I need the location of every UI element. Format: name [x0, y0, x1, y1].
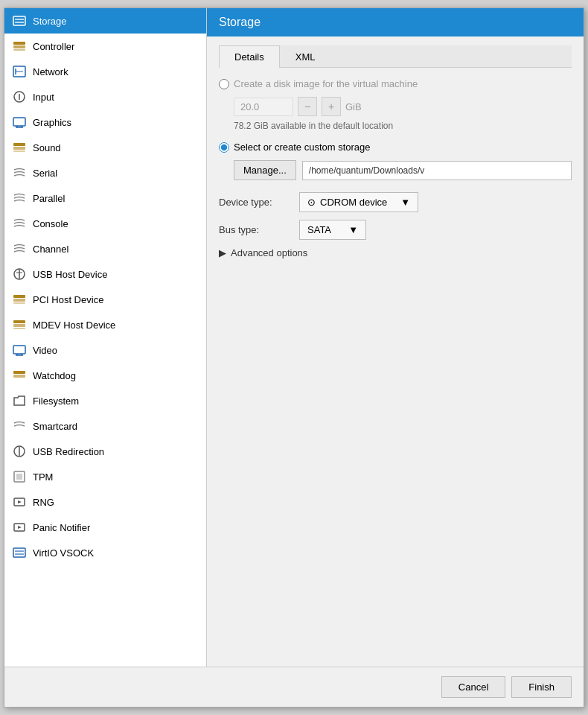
input-icon [12, 89, 27, 104]
sidebar-item-filesystem[interactable]: Filesystem [4, 388, 206, 413]
tab-bar: Details XML [219, 45, 572, 68]
sidebar-label-panic: Panic Notifier [33, 522, 90, 533]
sidebar-item-smartcard[interactable]: Smartcard [4, 413, 206, 439]
pci-host-icon [12, 292, 27, 307]
rng-icon [12, 495, 27, 509]
svg-marker-40 [18, 526, 22, 529]
bus-type-arrow: ▼ [348, 224, 358, 235]
vsock-icon [12, 545, 27, 560]
sidebar-item-vsock[interactable]: VirtIO VSOCK [4, 540, 206, 565]
svg-rect-17 [13, 150, 25, 152]
sidebar-label-pci-host: PCI Host Device [33, 294, 103, 305]
svg-rect-32 [13, 375, 25, 378]
device-type-row: Device type: ⊙ CDROM device ▼ [219, 192, 572, 212]
svg-rect-23 [13, 302, 25, 304]
sidebar-label-serial: Serial [33, 168, 57, 179]
sidebar-label-channel: Channel [33, 244, 68, 255]
svg-rect-21 [13, 295, 25, 298]
cancel-button[interactable]: Cancel [441, 676, 505, 698]
sidebar-label-sound: Sound [33, 142, 61, 153]
manage-row: Manage... /home/quantum/Downloads/v [234, 160, 572, 180]
device-type-value: CDROM device [320, 197, 387, 208]
sidebar-label-parallel: Parallel [33, 193, 65, 204]
disk-size-decrease[interactable]: − [298, 97, 317, 116]
disk-size-unit: GiB [345, 101, 362, 112]
select-storage-radio[interactable] [219, 142, 229, 153]
sidebar-label-console: Console [33, 218, 68, 229]
select-storage-label: Select or create custom storage [234, 142, 371, 153]
sidebar-item-console[interactable]: Console [4, 211, 206, 236]
sidebar-item-mdev-host[interactable]: MDEV Host Device [4, 312, 206, 337]
sidebar-item-tpm[interactable]: TPM [4, 464, 206, 489]
sidebar-item-sound[interactable]: Sound [4, 135, 206, 160]
svg-rect-41 [13, 548, 25, 557]
device-type-icon: ⊙ [307, 197, 316, 208]
select-storage-option[interactable]: Select or create custom storage [219, 142, 572, 153]
sidebar-label-tpm: TPM [33, 471, 53, 483]
sidebar-item-watchdog[interactable]: Watchdog [4, 363, 206, 388]
main-header: Storage [207, 8, 584, 36]
svg-rect-26 [13, 328, 25, 329]
sidebar-item-input[interactable]: Input [4, 84, 206, 109]
filesystem-icon [12, 393, 27, 408]
device-type-label: Device type: [219, 197, 293, 208]
sidebar-label-smartcard: Smartcard [33, 421, 77, 432]
device-type-arrow: ▼ [400, 197, 410, 208]
panic-icon [12, 520, 27, 535]
sidebar-label-storage: Storage [33, 16, 67, 27]
sidebar-item-serial[interactable]: Serial [4, 160, 206, 185]
svg-rect-2 [15, 22, 24, 23]
svg-rect-22 [13, 299, 25, 302]
manage-button[interactable]: Manage... [234, 160, 296, 180]
svg-rect-42 [15, 550, 24, 552]
device-type-select[interactable]: ⊙ CDROM device ▼ [299, 192, 418, 212]
disk-size-input[interactable] [234, 98, 293, 116]
tpm-icon [12, 469, 27, 484]
advanced-options-toggle[interactable]: ▶ Advanced options [219, 247, 572, 258]
network-icon [12, 64, 27, 79]
sidebar-item-parallel[interactable]: Parallel [4, 185, 206, 211]
sidebar-item-channel[interactable]: Channel [4, 236, 206, 261]
sidebar-item-panic[interactable]: Panic Notifier [4, 515, 206, 540]
svg-rect-11 [13, 118, 25, 126]
svg-rect-1 [15, 19, 24, 20]
sidebar-item-controller[interactable]: Controller [4, 34, 206, 59]
sidebar-item-video[interactable]: Video [4, 337, 206, 363]
create-disk-option[interactable]: Create a disk image for the virtual mach… [219, 78, 572, 89]
sidebar-item-usb-host[interactable]: USB Host Device [4, 261, 206, 287]
svg-rect-27 [13, 346, 25, 354]
sidebar-item-network[interactable]: Network [4, 59, 206, 84]
sidebar-label-controller: Controller [33, 41, 74, 52]
bus-type-select[interactable]: SATA ▼ [299, 220, 366, 240]
svg-rect-25 [13, 324, 25, 327]
main-content: Storage Details XML Create a disk image … [207, 8, 584, 667]
parallel-icon [12, 191, 27, 206]
footer: Cancel Finish [4, 667, 584, 707]
video-icon [12, 343, 27, 358]
tab-xml[interactable]: XML [280, 45, 331, 68]
sidebar-label-mdev-host: MDEV Host Device [33, 320, 115, 331]
tab-details[interactable]: Details [219, 45, 280, 68]
main-dialog: Storage Controller Network [4, 7, 584, 708]
svg-rect-36 [16, 474, 22, 480]
sidebar-item-graphics[interactable]: Graphics [4, 109, 206, 135]
main-title: Storage [219, 16, 261, 28]
sidebar-item-rng[interactable]: RNG [4, 489, 206, 515]
svg-marker-38 [18, 500, 22, 503]
sidebar-item-storage[interactable]: Storage [4, 8, 206, 34]
sidebar-label-graphics: Graphics [33, 117, 71, 128]
bus-type-row: Bus type: SATA ▼ [219, 220, 572, 240]
serial-icon [12, 165, 27, 180]
sidebar-item-pci-host[interactable]: PCI Host Device [4, 287, 206, 312]
sidebar-label-input: Input [33, 92, 54, 103]
advanced-label: Advanced options [231, 247, 307, 258]
smartcard-icon [12, 419, 27, 433]
disk-size-increase[interactable]: + [322, 97, 341, 116]
main-body: Details XML Create a disk image for the … [207, 36, 584, 667]
storage-icon [12, 13, 27, 28]
sidebar-item-usb-redir[interactable]: USB Redirection [4, 439, 206, 464]
create-disk-radio[interactable] [219, 79, 229, 89]
finish-button[interactable]: Finish [511, 676, 572, 698]
sidebar-label-watchdog: Watchdog [33, 370, 76, 381]
disk-size-row: − + GiB [234, 97, 572, 116]
